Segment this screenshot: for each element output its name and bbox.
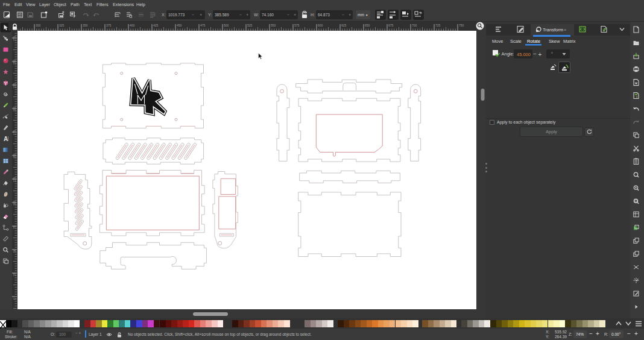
svg-text:475: 475 [200,24,206,27]
svg-text:Matrix: Matrix [563,39,576,44]
svg-text:°: ° [551,52,553,56]
svg-text:175: 175 [13,130,16,135]
svg-text:25: 25 [13,272,16,276]
svg-text:550: 550 [271,24,276,27]
svg-text:750: 750 [459,24,464,27]
svg-text:225: 225 [13,83,16,88]
svg-text:575: 575 [294,24,300,27]
svg-text:300: 300 [36,24,41,27]
svg-text:725: 725 [435,24,441,27]
svg-text:350: 350 [83,24,88,27]
svg-text:Skew: Skew [549,39,560,44]
svg-text:A: A [4,136,8,142]
svg-text:Move: Move [492,39,503,44]
svg-text:125: 125 [13,177,16,182]
svg-text:700: 700 [412,24,417,27]
svg-text:375: 375 [106,24,112,27]
svg-text:500: 500 [224,24,229,27]
svg-text:400: 400 [130,24,135,27]
svg-text:100: 100 [13,200,16,206]
svg-text:450: 450 [177,24,182,27]
svg-text:50: 50 [13,249,16,253]
svg-text:0: 0 [13,298,16,300]
svg-text:425: 425 [153,24,159,27]
svg-text:Rotate: Rotate [527,39,540,44]
svg-text:45.000: 45.000 [517,52,531,57]
svg-text:×: × [564,27,566,33]
svg-text:525: 525 [247,24,253,27]
svg-text:Transform: Transform [543,27,563,33]
svg-text:625: 625 [341,24,347,27]
svg-text:650: 650 [365,24,370,27]
svg-text:75: 75 [13,225,16,229]
svg-text:Angle:: Angle: [502,51,514,57]
svg-text:+: + [538,51,542,58]
svg-text:600: 600 [318,24,323,27]
svg-text:325: 325 [59,24,65,27]
svg-text:Scale: Scale [510,39,522,44]
svg-text:150: 150 [13,153,16,159]
svg-text:675: 675 [388,24,394,27]
svg-text:250: 250 [13,59,16,65]
svg-text:−: − [533,51,537,57]
svg-text:200: 200 [13,106,16,112]
svg-text:275: 275 [13,36,16,41]
